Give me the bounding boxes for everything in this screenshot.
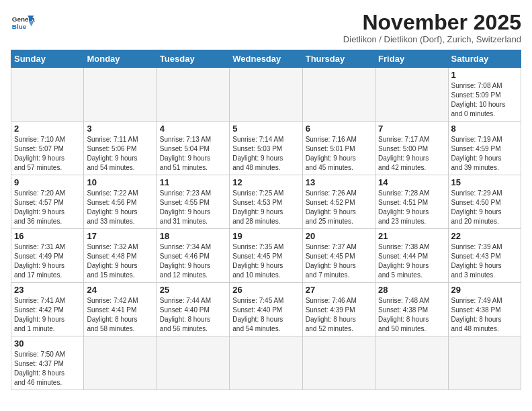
calendar-cell: 16Sunrise: 7:31 AM Sunset: 4:49 PM Dayli… <box>11 229 84 283</box>
calendar-cell <box>302 336 375 390</box>
day-info: Sunrise: 7:41 AM Sunset: 4:42 PM Dayligh… <box>14 296 81 334</box>
calendar-cell <box>157 68 229 122</box>
day-info: Sunrise: 7:45 AM Sunset: 4:40 PM Dayligh… <box>232 296 299 334</box>
day-info: Sunrise: 7:14 AM Sunset: 5:03 PM Dayligh… <box>232 135 299 173</box>
day-info: Sunrise: 7:50 AM Sunset: 4:37 PM Dayligh… <box>14 350 81 387</box>
day-number: 16 <box>14 231 81 241</box>
calendar-cell: 9Sunrise: 7:20 AM Sunset: 4:57 PM Daylig… <box>11 175 84 229</box>
day-number: 13 <box>306 177 372 187</box>
day-info: Sunrise: 7:23 AM Sunset: 4:55 PM Dayligh… <box>160 189 226 226</box>
day-info: Sunrise: 7:08 AM Sunset: 5:09 PM Dayligh… <box>451 81 518 119</box>
day-number: 26 <box>232 285 299 295</box>
day-number: 19 <box>232 231 299 241</box>
calendar-cell: 30Sunrise: 7:50 AM Sunset: 4:37 PM Dayli… <box>11 336 84 390</box>
day-number: 20 <box>306 231 372 241</box>
calendar-cell: 18Sunrise: 7:34 AM Sunset: 4:46 PM Dayli… <box>157 229 229 283</box>
logo-icon: General Blue <box>11 11 35 35</box>
day-info: Sunrise: 7:49 AM Sunset: 4:38 PM Dayligh… <box>451 296 518 334</box>
calendar-cell: 4Sunrise: 7:13 AM Sunset: 5:04 PM Daylig… <box>157 122 229 175</box>
day-info: Sunrise: 7:42 AM Sunset: 4:41 PM Dayligh… <box>87 296 153 334</box>
weekday-header-tuesday: Tuesday <box>157 50 229 68</box>
day-number: 28 <box>378 285 445 295</box>
page-header: General Blue November 2025 Dietlikon / D… <box>11 11 521 44</box>
calendar-cell: 17Sunrise: 7:32 AM Sunset: 4:48 PM Dayli… <box>84 229 157 283</box>
day-number: 14 <box>378 177 445 187</box>
day-info: Sunrise: 7:31 AM Sunset: 4:49 PM Dayligh… <box>14 242 81 280</box>
day-number: 8 <box>451 124 518 134</box>
day-info: Sunrise: 7:35 AM Sunset: 4:45 PM Dayligh… <box>232 242 299 280</box>
day-number: 23 <box>14 285 81 295</box>
calendar-cell: 25Sunrise: 7:44 AM Sunset: 4:40 PM Dayli… <box>157 283 229 336</box>
day-number: 27 <box>306 285 372 295</box>
day-number: 18 <box>160 231 226 241</box>
day-number: 12 <box>232 177 299 187</box>
weekday-header-thursday: Thursday <box>302 50 375 68</box>
day-info: Sunrise: 7:10 AM Sunset: 5:07 PM Dayligh… <box>14 135 81 173</box>
calendar-cell: 7Sunrise: 7:17 AM Sunset: 5:00 PM Daylig… <box>375 122 448 175</box>
calendar-cell: 3Sunrise: 7:11 AM Sunset: 5:06 PM Daylig… <box>84 122 157 175</box>
day-info: Sunrise: 7:32 AM Sunset: 4:48 PM Dayligh… <box>87 242 153 280</box>
day-info: Sunrise: 7:37 AM Sunset: 4:45 PM Dayligh… <box>306 242 372 280</box>
week-row-6: 30Sunrise: 7:50 AM Sunset: 4:37 PM Dayli… <box>11 336 521 390</box>
day-info: Sunrise: 7:29 AM Sunset: 4:50 PM Dayligh… <box>451 189 518 226</box>
calendar-cell: 24Sunrise: 7:42 AM Sunset: 4:41 PM Dayli… <box>84 283 157 336</box>
calendar-cell: 8Sunrise: 7:19 AM Sunset: 4:59 PM Daylig… <box>448 122 521 175</box>
day-info: Sunrise: 7:26 AM Sunset: 4:52 PM Dayligh… <box>306 189 372 226</box>
calendar-cell: 23Sunrise: 7:41 AM Sunset: 4:42 PM Dayli… <box>11 283 84 336</box>
calendar-cell: 27Sunrise: 7:46 AM Sunset: 4:39 PM Dayli… <box>302 283 375 336</box>
calendar-cell: 14Sunrise: 7:28 AM Sunset: 4:51 PM Dayli… <box>375 175 448 229</box>
svg-text:Blue: Blue <box>12 23 27 30</box>
day-info: Sunrise: 7:19 AM Sunset: 4:59 PM Dayligh… <box>451 135 518 173</box>
day-info: Sunrise: 7:20 AM Sunset: 4:57 PM Dayligh… <box>14 189 81 226</box>
subtitle: Dietlikon / Dietlikon (Dorf), Zurich, Sw… <box>343 34 521 44</box>
day-info: Sunrise: 7:44 AM Sunset: 4:40 PM Dayligh… <box>160 296 226 334</box>
calendar-cell: 5Sunrise: 7:14 AM Sunset: 5:03 PM Daylig… <box>230 122 302 175</box>
day-number: 7 <box>378 124 445 134</box>
day-number: 29 <box>451 285 518 295</box>
day-info: Sunrise: 7:25 AM Sunset: 4:53 PM Dayligh… <box>232 189 299 226</box>
week-row-1: 1Sunrise: 7:08 AM Sunset: 5:09 PM Daylig… <box>11 68 521 122</box>
calendar-cell: 20Sunrise: 7:37 AM Sunset: 4:45 PM Dayli… <box>302 229 375 283</box>
day-info: Sunrise: 7:46 AM Sunset: 4:39 PM Dayligh… <box>306 296 372 334</box>
calendar-cell: 15Sunrise: 7:29 AM Sunset: 4:50 PM Dayli… <box>448 175 521 229</box>
weekday-header-sunday: Sunday <box>11 50 84 68</box>
calendar-cell: 2Sunrise: 7:10 AM Sunset: 5:07 PM Daylig… <box>11 122 84 175</box>
day-info: Sunrise: 7:38 AM Sunset: 4:44 PM Dayligh… <box>378 242 445 280</box>
day-info: Sunrise: 7:16 AM Sunset: 5:01 PM Dayligh… <box>306 135 372 173</box>
calendar-cell: 12Sunrise: 7:25 AM Sunset: 4:53 PM Dayli… <box>230 175 302 229</box>
day-number: 11 <box>160 177 226 187</box>
day-info: Sunrise: 7:48 AM Sunset: 4:38 PM Dayligh… <box>378 296 445 334</box>
calendar-cell: 21Sunrise: 7:38 AM Sunset: 4:44 PM Dayli… <box>375 229 448 283</box>
calendar-table: SundayMondayTuesdayWednesdayThursdayFrid… <box>11 50 521 390</box>
svg-marker-3 <box>29 21 34 26</box>
calendar-cell: 28Sunrise: 7:48 AM Sunset: 4:38 PM Dayli… <box>375 283 448 336</box>
calendar-cell: 1Sunrise: 7:08 AM Sunset: 5:09 PM Daylig… <box>448 68 521 122</box>
week-row-2: 2Sunrise: 7:10 AM Sunset: 5:07 PM Daylig… <box>11 122 521 175</box>
calendar-cell: 22Sunrise: 7:39 AM Sunset: 4:43 PM Dayli… <box>448 229 521 283</box>
day-number: 21 <box>378 231 445 241</box>
calendar-cell: 26Sunrise: 7:45 AM Sunset: 4:40 PM Dayli… <box>230 283 302 336</box>
weekday-header-saturday: Saturday <box>448 50 521 68</box>
day-number: 3 <box>87 124 153 134</box>
calendar-cell <box>11 68 84 122</box>
week-row-4: 16Sunrise: 7:31 AM Sunset: 4:49 PM Dayli… <box>11 229 521 283</box>
calendar-cell: 6Sunrise: 7:16 AM Sunset: 5:01 PM Daylig… <box>302 122 375 175</box>
logo: General Blue <box>11 11 35 35</box>
day-number: 22 <box>451 231 518 241</box>
day-info: Sunrise: 7:22 AM Sunset: 4:56 PM Dayligh… <box>87 189 153 226</box>
day-number: 24 <box>87 285 153 295</box>
day-number: 2 <box>14 124 81 134</box>
day-number: 6 <box>306 124 372 134</box>
calendar-cell <box>375 336 448 390</box>
calendar-cell <box>84 68 157 122</box>
day-number: 9 <box>14 177 81 187</box>
week-row-5: 23Sunrise: 7:41 AM Sunset: 4:42 PM Dayli… <box>11 283 521 336</box>
calendar-cell: 11Sunrise: 7:23 AM Sunset: 4:55 PM Dayli… <box>157 175 229 229</box>
day-number: 4 <box>160 124 226 134</box>
calendar-cell <box>230 68 302 122</box>
day-number: 15 <box>451 177 518 187</box>
calendar-cell: 29Sunrise: 7:49 AM Sunset: 4:38 PM Dayli… <box>448 283 521 336</box>
calendar-cell <box>375 68 448 122</box>
day-number: 25 <box>160 285 226 295</box>
weekday-header-wednesday: Wednesday <box>230 50 302 68</box>
